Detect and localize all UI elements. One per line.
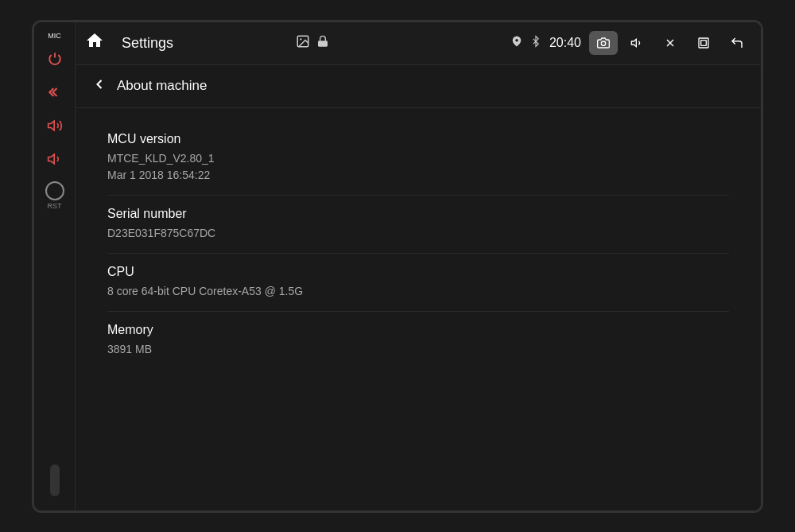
location-icon [511, 34, 522, 52]
window-action-button[interactable] [689, 31, 718, 55]
back-control-button[interactable] [41, 78, 69, 107]
info-label: CPU [107, 265, 729, 279]
info-list: MCU versionMTCE_KLD_V2.80_1Mar 1 2018 16… [76, 108, 761, 382]
device-frame: MIC [32, 20, 763, 513]
rst-label: RST [48, 202, 62, 210]
image-icon [296, 34, 310, 52]
reset-circle [45, 181, 64, 200]
svg-marker-0 [48, 121, 53, 130]
time-display: 20:40 [549, 36, 581, 50]
svg-point-7 [601, 41, 605, 45]
info-label: Memory [107, 323, 729, 337]
svg-rect-5 [318, 41, 328, 46]
power-button[interactable] [41, 45, 69, 73]
volume-down-button[interactable] [41, 145, 69, 173]
info-label: Serial number [107, 207, 729, 221]
info-label: MCU version [107, 132, 729, 146]
back-arrow-button[interactable] [91, 76, 107, 96]
top-bar: Settings [76, 22, 761, 65]
settings-title: Settings [118, 35, 288, 52]
page-header: About machine [76, 65, 761, 108]
mic-label: MIC [48, 32, 61, 40]
back-action-button[interactable] [723, 31, 751, 55]
camera-button[interactable] [589, 31, 618, 55]
info-item: CPU8 core 64-bit CPU Coretex-A53 @ 1.5G [107, 254, 729, 312]
svg-rect-11 [699, 38, 708, 48]
svg-point-6 [515, 39, 518, 42]
info-item: Memory3891 MB [107, 312, 729, 369]
page-title: About machine [117, 78, 207, 94]
media-icons [296, 34, 329, 52]
volume-up-button[interactable] [41, 111, 69, 140]
volume-action-button[interactable] [622, 31, 651, 55]
info-value: 3891 MB [107, 341, 729, 358]
info-value-line2: Mar 1 2018 16:54:22 [107, 167, 729, 184]
info-value: 8 core 64-bit CPU Coretex-A53 @ 1.5G [107, 283, 729, 300]
home-button[interactable] [85, 31, 104, 55]
svg-rect-12 [701, 41, 707, 46]
info-item: MCU versionMTCE_KLD_V2.80_1Mar 1 2018 16… [107, 121, 729, 196]
close-action-button[interactable] [656, 31, 684, 55]
main-screen: Settings [76, 22, 761, 511]
action-icons [589, 31, 751, 55]
content-area: About machine MCU versionMTCE_KLD_V2.80_… [76, 65, 761, 511]
lock-icon [316, 34, 329, 52]
info-value: MTCE_KLD_V2.80_1Mar 1 2018 16:54:22 [107, 150, 729, 184]
bluetooth-icon [530, 33, 541, 52]
left-controls: MIC [34, 22, 76, 511]
svg-marker-8 [631, 39, 636, 46]
info-value: D23E031F875C67DC [107, 225, 729, 242]
svg-marker-2 [48, 154, 53, 164]
usb-port [50, 464, 60, 496]
status-icons: 20:40 [511, 33, 581, 52]
svg-point-4 [300, 38, 301, 40]
info-item: Serial numberD23E031F875C67DC [107, 196, 729, 254]
reset-button[interactable]: RST [45, 181, 64, 210]
